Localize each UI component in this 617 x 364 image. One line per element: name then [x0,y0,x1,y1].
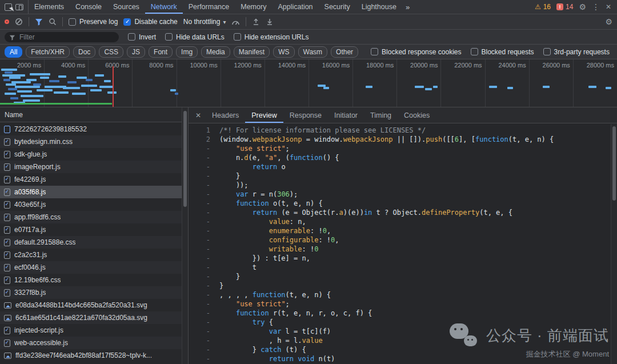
type-pill-all[interactable]: All [5,46,22,58]
invert-checkbox[interactable] [128,33,135,41]
type-pill-css[interactable]: CSS [99,46,123,58]
scrollbar-thumb[interactable] [612,126,616,201]
throttling-dropdown[interactable]: No throttling [183,18,226,26]
detail-tab-cookies[interactable]: Cookies [398,107,436,123]
checkbox[interactable] [543,48,551,55]
request-row[interactable]: ✓imageReport.js [0,161,182,173]
type-pill-font[interactable]: Font [149,46,173,58]
clear-network-log-icon[interactable] [15,18,23,26]
network-settings-gear-icon[interactable] [605,17,612,26]
tab-memory[interactable]: Memory [235,0,272,14]
toggle-3rd-party-requests[interactable]: 3rd-party requests [543,48,610,56]
tab-security[interactable]: Security [319,0,356,14]
disable-cache-toggle[interactable]: Disable cache [123,18,177,26]
tab-sources[interactable]: Sources [107,0,145,14]
request-row[interactable]: ✓fe42269.js [0,173,182,186]
request-row[interactable]: ✓e07f17a.js [0,223,182,236]
network-overview-band[interactable]: 2000 ms4000 ms6000 ms8000 ms10000 ms1200… [0,59,617,107]
code-text: } [210,272,240,281]
tab-network[interactable]: Network [145,0,183,14]
name-column-header[interactable]: Name [5,111,23,119]
error-counter[interactable]: ! 14 [556,3,573,11]
type-pill-wasm[interactable]: Wasm [298,46,328,58]
detail-tab-timing[interactable]: Timing [364,107,398,123]
type-pill-doc[interactable]: Doc [73,46,95,58]
request-row[interactable]: ✓403e65f.js [0,198,182,211]
request-row[interactable]: ✓app.ff98df6.css [0,211,182,223]
tab-performance[interactable]: Performance [183,0,235,14]
hide-data-urls-toggle[interactable]: Hide data URLs [165,33,225,41]
device-toolbar-icon[interactable] [15,4,23,10]
code-text: return (e = Object(r.a)(e))in t ? Object… [210,208,512,217]
export-har-icon[interactable] [266,18,274,26]
request-row[interactable]: ✓12.19be6f6.css [0,274,182,286]
tab-lighthouse[interactable]: Lighthouse [356,0,402,14]
request-row[interactable]: ✓ecf0046.js [0,261,182,274]
record-network-log-button[interactable] [5,19,9,24]
settings-gear-icon[interactable] [579,2,586,11]
hide-extension-urls-toggle[interactable]: Hide extension URLs [234,33,309,41]
network-conditions-icon[interactable] [231,18,240,26]
tab-application[interactable]: Application [272,0,318,14]
tab-console[interactable]: Console [70,0,107,14]
invert-toggle[interactable]: Invert [128,33,156,41]
preserve-log-checkbox[interactable] [69,18,76,26]
overview-request-bar [543,86,550,88]
more-tabs-chevron[interactable]: » [402,0,413,14]
tab-elements[interactable]: Elements [29,0,70,14]
code-token: , ( [277,154,290,162]
code-area[interactable]: 1/*! For license information please see … [189,124,611,364]
type-pill-media[interactable]: Media [201,46,230,58]
type-pill-other[interactable]: Other [331,46,358,58]
scrollbar-thumb[interactable] [183,111,187,207]
import-har-icon[interactable] [252,18,260,26]
detail-tabs-wrap: HeadersPreviewResponseInitiatorTimingCoo… [206,107,436,123]
detail-tab-headers[interactable]: Headers [206,107,245,123]
request-row[interactable]: e08da34488b114bd4c665ba2fa520a31.svg [0,299,182,311]
checkbox[interactable] [371,48,378,55]
request-row[interactable]: ✓c2a2c31.js [0,249,182,261]
filter-funnel-icon[interactable] [35,18,43,26]
code-token: function [253,291,286,299]
detail-tab-preview[interactable]: Preview [245,107,283,123]
code-scrollbar[interactable] [611,124,617,364]
request-row[interactable]: ✓injected-script.js [0,324,182,337]
request-row[interactable]: ✓a035f68.js [0,186,182,198]
type-pill-fetch-xhr[interactable]: Fetch/XHR [26,46,70,58]
checkbox[interactable] [471,48,478,55]
request-row[interactable]: 7222627262398185532 [0,123,182,135]
request-row[interactable]: 6c61ae65d1c41ae8221a670fa32d05aa.svg [0,311,182,324]
type-pill-js[interactable]: JS [127,46,145,58]
warning-counter[interactable]: ⚠ 16 [535,3,551,11]
type-pill-manifest[interactable]: Manifest [234,46,270,58]
request-row[interactable]: ✓bytedesign.min.css [0,135,182,148]
request-row[interactable]: ✓web-accessible.js [0,337,182,349]
kebab-menu-icon[interactable] [592,2,600,11]
detail-tab-response[interactable]: Response [283,107,328,123]
request-row[interactable]: ✓default.291588e.css [0,236,182,249]
type-pill-ws[interactable]: WS [273,46,294,58]
close-devtools-icon[interactable] [606,3,611,11]
request-row[interactable]: ✓3327f8b.js [0,286,182,299]
type-pill-img[interactable]: Img [176,46,198,58]
request-detail-panel: ✕ HeadersPreviewResponseInitiatorTimingC… [189,107,617,364]
toggle-blocked-requests[interactable]: Blocked requests [471,48,534,56]
script-file-icon: ✓ [4,339,10,347]
toggle-blocked-response-cookies[interactable]: Blocked response cookies [371,48,461,56]
hide-data-urls-checkbox[interactable] [165,33,173,41]
preserve-log-toggle[interactable]: Preserve log [69,18,118,26]
request-row[interactable]: ffd3e238ee7f46eab42bf88af17f5528~tplv-k.… [0,349,182,362]
code-token: (t, e, n) { [508,135,554,143]
search-icon[interactable] [49,18,57,26]
request-row[interactable]: ✓sdk-glue.js [0,148,182,161]
request-list-scrollbar[interactable] [182,107,188,364]
detail-tab-initiator[interactable]: Initiator [328,107,364,123]
disable-cache-checkbox[interactable] [123,18,131,26]
inspect-element-icon[interactable] [5,3,12,11]
close-detail-icon[interactable]: ✕ [191,107,206,123]
request-list-header[interactable]: Name [0,107,188,122]
check-mark: ✓ [5,339,10,345]
filter-input[interactable] [5,32,119,42]
hide-extension-urls-checkbox[interactable] [234,33,241,41]
code-line: - enumerable: !0, [189,226,611,235]
